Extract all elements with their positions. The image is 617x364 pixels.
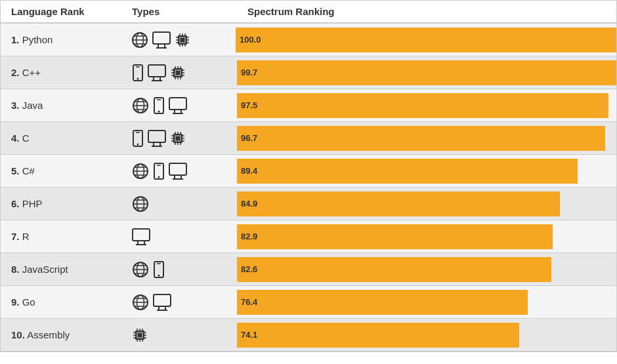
types-cell xyxy=(132,97,237,114)
svg-point-59 xyxy=(137,143,139,145)
svg-point-107 xyxy=(158,274,160,276)
rank-cell: 9. Go xyxy=(1,296,132,308)
types-cell xyxy=(132,130,237,147)
rank-number: 6. xyxy=(11,198,20,209)
rank-number: 7. xyxy=(11,231,20,242)
rank-number: 1. xyxy=(11,34,20,45)
svg-rect-61 xyxy=(148,131,165,142)
web-icon xyxy=(132,294,149,311)
bar-wrapper: 89.4 xyxy=(237,159,616,184)
svg-rect-11 xyxy=(181,38,184,42)
rank-cell: 4. C xyxy=(1,132,132,144)
score-bar: 97.5 xyxy=(237,93,608,118)
desktop-icon xyxy=(153,294,171,311)
desktop-icon xyxy=(169,163,187,180)
bar-wrapper: 82.9 xyxy=(237,224,616,249)
bar-cell: 74.1 xyxy=(237,323,616,348)
rank-number: 10. xyxy=(11,329,25,340)
header-rank: Language Rank xyxy=(1,6,132,17)
svg-rect-27 xyxy=(148,65,165,77)
header-types: Types xyxy=(132,6,237,17)
mobile-icon xyxy=(132,130,144,147)
chip-icon xyxy=(170,65,186,81)
mobile-icon xyxy=(153,97,165,114)
bar-wrapper: 82.6 xyxy=(237,257,616,282)
svg-rect-120 xyxy=(138,333,142,337)
svg-rect-33 xyxy=(176,71,180,75)
table-row: 10. Assembly 74.1 xyxy=(1,319,616,352)
web-icon xyxy=(132,195,149,212)
chip-icon xyxy=(170,131,186,146)
types-cell xyxy=(132,228,237,245)
types-cell xyxy=(132,294,237,311)
chip-icon xyxy=(132,327,148,343)
rank-cell: 3. Java xyxy=(1,100,132,111)
types-cell xyxy=(132,195,237,212)
score-bar: 76.4 xyxy=(237,290,528,315)
table-row: 9. Go 76.4 xyxy=(1,286,616,319)
score-bar: 99.7 xyxy=(237,60,616,85)
mobile-icon xyxy=(153,163,165,180)
table-row: 2. C++ 99.7 xyxy=(1,56,616,89)
rank-cell: 10. Assembly xyxy=(1,329,132,340)
bar-wrapper: 97.5 xyxy=(237,93,616,118)
bar-cell: 99.7 xyxy=(237,60,616,85)
bar-cell: 76.4 xyxy=(237,290,616,315)
svg-rect-88 xyxy=(169,163,186,175)
web-icon xyxy=(132,97,149,114)
table-body: 1. Python 100.02. C++ xyxy=(1,24,616,352)
score-bar: 74.1 xyxy=(237,323,519,348)
score-bar: 89.4 xyxy=(237,159,578,184)
table-row: 4. C 96.7 xyxy=(1,122,616,155)
svg-point-86 xyxy=(158,176,160,178)
table-row: 8. JavaScript 82.6 xyxy=(1,253,616,286)
chip-icon xyxy=(175,32,190,48)
svg-rect-97 xyxy=(133,229,150,241)
bar-wrapper: 99.7 xyxy=(237,60,616,85)
rank-number: 2. xyxy=(11,67,20,78)
web-icon xyxy=(131,31,148,49)
mobile-icon xyxy=(153,261,165,278)
table-row: 3. Java 97.5 xyxy=(1,89,616,122)
score-bar: 82.9 xyxy=(237,224,553,249)
svg-point-25 xyxy=(137,77,139,79)
rank-number: 8. xyxy=(11,264,20,275)
bar-cell: 97.5 xyxy=(237,93,616,118)
bar-wrapper: 96.7 xyxy=(237,126,616,151)
svg-rect-54 xyxy=(169,98,186,110)
bar-cell: 96.7 xyxy=(237,126,616,151)
types-cell xyxy=(131,31,236,49)
bar-wrapper: 84.9 xyxy=(237,192,616,216)
rank-cell: 6. PHP xyxy=(1,198,132,209)
score-bar: 100.0 xyxy=(236,28,616,52)
svg-rect-67 xyxy=(176,136,180,140)
types-cell xyxy=(132,64,237,81)
rank-cell: 7. R xyxy=(1,231,132,242)
bar-cell: 82.9 xyxy=(237,224,616,249)
desktop-icon xyxy=(148,130,166,147)
rank-number: 3. xyxy=(11,100,20,111)
bar-cell: 84.9 xyxy=(237,192,616,216)
types-cell xyxy=(132,163,237,180)
table-row: 7. R 82.9 xyxy=(1,220,616,253)
rank-cell: 5. C# xyxy=(1,165,132,176)
mobile-icon xyxy=(132,64,144,81)
desktop-icon xyxy=(132,228,150,245)
bar-cell: 82.6 xyxy=(237,257,616,282)
ranking-table: Language Rank Types Spectrum Ranking 1. … xyxy=(0,0,617,352)
types-cell xyxy=(132,327,237,343)
desktop-icon xyxy=(152,31,171,49)
web-icon xyxy=(132,261,149,278)
svg-point-52 xyxy=(158,110,160,112)
types-cell xyxy=(132,261,237,278)
rank-number: 9. xyxy=(11,296,20,308)
svg-rect-5 xyxy=(153,32,170,44)
table-header: Language Rank Types Spectrum Ranking xyxy=(1,1,616,24)
bar-wrapper: 100.0 xyxy=(236,28,616,52)
rank-cell: 2. C++ xyxy=(1,67,132,78)
rank-number: 4. xyxy=(11,132,20,144)
score-bar: 84.9 xyxy=(237,192,560,216)
table-row: 6. PHP 84.9 xyxy=(1,188,616,220)
desktop-icon xyxy=(148,64,166,81)
rank-number: 5. xyxy=(11,165,20,176)
